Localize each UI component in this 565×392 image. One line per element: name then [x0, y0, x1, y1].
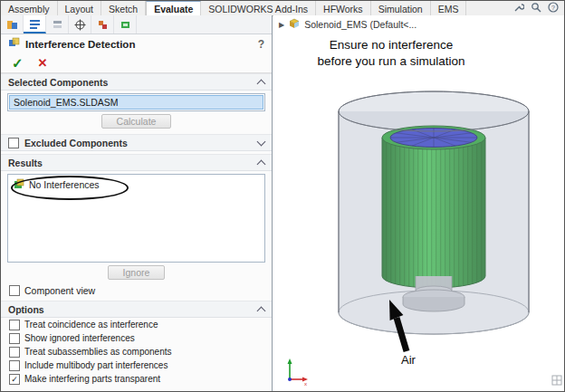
excluded-components-label: Excluded Components — [24, 138, 128, 148]
configuration-manager-tab[interactable] — [46, 15, 69, 33]
property-manager-panel: Interference Detection ? ✓ ✕ Selected Co… — [1, 15, 273, 392]
tab-solidworks-add-ins[interactable]: SOLIDWORKS Add-Ins — [201, 1, 316, 15]
assembly-icon — [289, 18, 300, 31]
svg-text:x: x — [304, 381, 307, 386]
tab-evaluate[interactable]: Evaluate — [146, 1, 201, 15]
results-header[interactable]: Results — [1, 154, 272, 171]
option-row-coincidence[interactable]: Treat coincidence as interference — [1, 318, 272, 331]
interference-detection-icon — [8, 36, 20, 53]
help-ribbon-icon[interactable]: ? — [548, 0, 559, 16]
results-item[interactable]: No Interferences — [8, 175, 264, 195]
checkbox[interactable] — [9, 320, 20, 330]
tab-ems[interactable]: EMS — [431, 1, 467, 15]
component-view-checkbox[interactable] — [9, 285, 20, 296]
selected-components-label: Selected Components — [8, 77, 108, 88]
checkbox[interactable] — [9, 347, 20, 358]
chevron-down-icon — [257, 138, 266, 147]
excluded-components-checkbox[interactable] — [8, 138, 19, 148]
selected-components-list[interactable]: Solenoid_EMS.SLDASM — [7, 93, 265, 111]
results-item-label: No Interferences — [29, 179, 100, 190]
feature-manager-tab[interactable] — [1, 15, 24, 33]
ignore-button[interactable]: Ignore — [108, 265, 166, 280]
excluded-components-header[interactable]: Excluded Components — [1, 134, 272, 151]
tab-hfworks[interactable]: HFWorks — [316, 1, 371, 15]
ribbon-right-icons: ? — [513, 1, 564, 15]
results-label: Results — [8, 158, 43, 168]
no-interference-icon — [14, 178, 24, 191]
option-label: Treat coincidence as interference — [24, 320, 158, 330]
options-header[interactable]: Options — [1, 301, 272, 318]
chevron-up-icon — [257, 79, 266, 88]
solenoid-model[interactable] — [309, 77, 553, 381]
panel-title-row: Interference Detection ? — [1, 34, 272, 53]
option-row-transparent[interactable]: ✓ Make interfering parts transparent — [1, 372, 272, 386]
air-label: Air — [401, 353, 416, 367]
component-view-label: Component view — [24, 285, 95, 296]
option-row-subassemblies[interactable]: Treat subassemblies as components — [1, 345, 272, 359]
search-icon[interactable] — [531, 0, 541, 16]
component-view-row[interactable]: Component view — [1, 283, 272, 298]
cancel-button[interactable]: ✕ — [38, 56, 48, 70]
option-label: Include multibody part interferences — [24, 360, 168, 370]
help-icon[interactable]: ? — [258, 38, 264, 51]
option-label: Treat subassemblies as components — [24, 347, 172, 357]
checkbox[interactable]: ✓ — [9, 374, 20, 385]
tab-layout[interactable]: Layout — [58, 1, 102, 15]
panel-title: Interference Detection — [25, 39, 135, 50]
breadcrumb[interactable]: Solenoid_EMS (Default<... — [304, 19, 417, 30]
calculate-button[interactable]: Calculate — [101, 114, 172, 129]
option-row-show-ignored[interactable]: Show ignored interferences — [1, 331, 272, 345]
svg-text:?: ? — [551, 5, 555, 11]
graphics-viewport[interactable]: ▶ Solenoid_EMS (Default<... Ensure no in… — [273, 15, 565, 392]
ok-button[interactable]: ✓ — [12, 55, 24, 72]
annotation-line-1: Ensure no interference — [286, 37, 496, 53]
chevron-up-icon — [257, 306, 266, 315]
simulation-manager-tab[interactable] — [114, 15, 137, 33]
checkbox[interactable] — [9, 333, 20, 344]
tab-assembly[interactable]: Assembly — [1, 1, 58, 15]
annotation-text: Ensure no interference before you run a … — [286, 37, 496, 70]
orientation-triad: x — [279, 355, 310, 389]
tab-simulation[interactable]: Simulation — [371, 1, 431, 15]
selected-component-item[interactable]: Solenoid_EMS.SLDASM — [9, 95, 263, 110]
panel-actions: ✓ ✕ — [1, 53, 272, 73]
annotation-line-2: before you run a simulation — [286, 53, 496, 70]
manager-tabs — [1, 15, 272, 34]
view-selector-icon[interactable] — [551, 373, 562, 389]
results-list[interactable]: No Interferences — [7, 174, 265, 263]
dimxpert-manager-tab[interactable] — [69, 15, 91, 33]
solidworks-window: Assembly Layout Sketch Evaluate SOLIDWOR… — [0, 0, 565, 392]
option-row-multibody[interactable]: Include multibody part interferences — [1, 359, 272, 372]
option-label: Make interfering parts transparent — [24, 374, 160, 384]
feature-tree-breadcrumb[interactable]: ▶ Solenoid_EMS (Default<... — [273, 15, 565, 33]
option-label: Show ignored interferences — [24, 333, 135, 343]
options-label: Options — [8, 304, 44, 315]
checkbox[interactable] — [9, 360, 20, 371]
selected-components-header[interactable]: Selected Components — [1, 73, 272, 91]
display-manager-tab[interactable] — [91, 15, 114, 33]
tab-sketch[interactable]: Sketch — [101, 1, 146, 15]
ribbon-tab-bar: Assembly Layout Sketch Evaluate SOLIDWOR… — [1, 1, 564, 16]
expand-tree-icon[interactable]: ▶ — [279, 21, 284, 29]
property-manager-tab[interactable] — [24, 15, 46, 33]
tools-icon[interactable] — [513, 0, 524, 16]
chevron-up-icon — [257, 159, 266, 168]
